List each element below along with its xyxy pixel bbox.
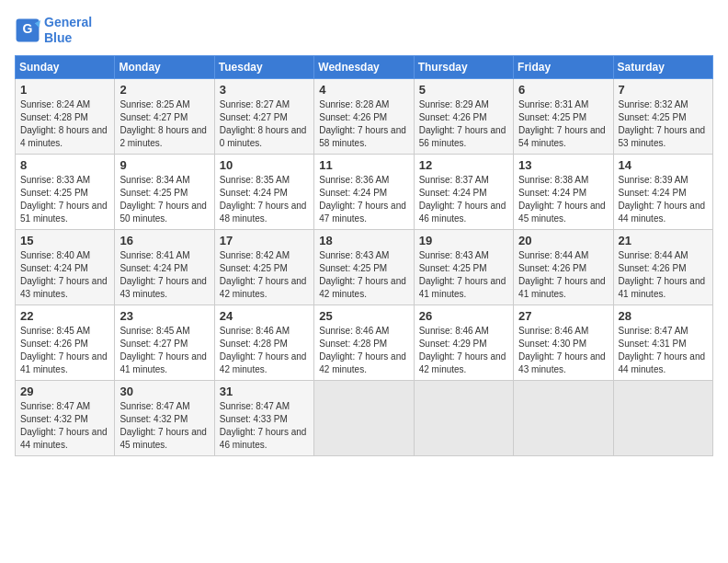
weekday-header: Friday	[514, 55, 613, 78]
day-info: Sunrise: 8:46 AMSunset: 4:29 PMDaylight:…	[419, 325, 508, 376]
calendar-week-row: 1Sunrise: 8:24 AMSunset: 4:28 PMDaylight…	[16, 78, 713, 154]
calendar-cell: 27Sunrise: 8:46 AMSunset: 4:30 PMDayligh…	[514, 304, 613, 380]
calendar-cell: 1Sunrise: 8:24 AMSunset: 4:28 PMDaylight…	[16, 78, 115, 154]
day-number: 9	[119, 158, 209, 172]
calendar-cell: 20Sunrise: 8:44 AMSunset: 4:26 PMDayligh…	[514, 229, 613, 304]
day-info: Sunrise: 8:28 AMSunset: 4:26 PMDaylight:…	[319, 98, 408, 150]
header-row: SundayMondayTuesdayWednesdayThursdayFrid…	[16, 55, 713, 78]
calendar-week-row: 15Sunrise: 8:40 AMSunset: 4:24 PMDayligh…	[16, 229, 713, 304]
day-info: Sunrise: 8:44 AMSunset: 4:26 PMDaylight:…	[518, 249, 608, 301]
calendar-cell: 28Sunrise: 8:47 AMSunset: 4:31 PMDayligh…	[613, 304, 712, 380]
calendar-cell: 13Sunrise: 8:38 AMSunset: 4:24 PMDayligh…	[514, 154, 613, 229]
day-number: 3	[220, 83, 309, 97]
day-number: 6	[518, 83, 608, 97]
day-info: Sunrise: 8:25 AMSunset: 4:27 PMDaylight:…	[119, 98, 209, 150]
day-info: Sunrise: 8:46 AMSunset: 4:30 PMDaylight:…	[518, 325, 608, 376]
day-number: 25	[319, 309, 408, 323]
calendar-cell: 26Sunrise: 8:46 AMSunset: 4:29 PMDayligh…	[414, 304, 513, 380]
day-number: 8	[20, 158, 109, 172]
day-number: 11	[319, 158, 408, 172]
day-number: 27	[518, 309, 608, 323]
day-info: Sunrise: 8:40 AMSunset: 4:24 PMDaylight:…	[20, 249, 109, 301]
day-info: Sunrise: 8:47 AMSunset: 4:33 PMDaylight:…	[220, 400, 309, 452]
day-info: Sunrise: 8:35 AMSunset: 4:24 PMDaylight:…	[220, 174, 309, 225]
calendar-cell: 19Sunrise: 8:43 AMSunset: 4:25 PMDayligh…	[414, 229, 513, 304]
day-number: 26	[419, 309, 508, 323]
calendar-cell: 15Sunrise: 8:40 AMSunset: 4:24 PMDayligh…	[16, 229, 115, 304]
day-info: Sunrise: 8:33 AMSunset: 4:25 PMDaylight:…	[20, 174, 109, 225]
calendar-cell: 6Sunrise: 8:31 AMSunset: 4:25 PMDaylight…	[514, 78, 613, 154]
calendar-week-row: 22Sunrise: 8:45 AMSunset: 4:26 PMDayligh…	[16, 304, 713, 380]
day-number: 23	[119, 309, 209, 323]
day-info: Sunrise: 8:45 AMSunset: 4:26 PMDaylight:…	[20, 325, 109, 376]
calendar-cell: 25Sunrise: 8:46 AMSunset: 4:28 PMDayligh…	[314, 304, 414, 380]
calendar-cell: 31Sunrise: 8:47 AMSunset: 4:33 PMDayligh…	[214, 380, 313, 455]
day-info: Sunrise: 8:43 AMSunset: 4:25 PMDaylight:…	[319, 249, 408, 301]
weekday-header: Wednesday	[314, 55, 414, 78]
weekday-header: Monday	[115, 55, 214, 78]
day-number: 1	[20, 83, 109, 97]
calendar-cell: 3Sunrise: 8:27 AMSunset: 4:27 PMDaylight…	[214, 78, 313, 154]
day-number: 4	[319, 83, 408, 97]
calendar-cell	[314, 380, 414, 455]
day-number: 28	[619, 309, 708, 323]
day-info: Sunrise: 8:47 AMSunset: 4:32 PMDaylight:…	[20, 400, 109, 452]
calendar-table: SundayMondayTuesdayWednesdayThursdayFrid…	[15, 55, 713, 456]
day-info: Sunrise: 8:39 AMSunset: 4:24 PMDaylight:…	[619, 174, 708, 225]
logo: G General Blue	[15, 15, 92, 46]
day-number: 14	[619, 158, 708, 172]
calendar-cell: 10Sunrise: 8:35 AMSunset: 4:24 PMDayligh…	[214, 154, 313, 229]
day-info: Sunrise: 8:42 AMSunset: 4:25 PMDaylight:…	[220, 249, 309, 301]
page-header: G General Blue	[15, 15, 713, 46]
day-info: Sunrise: 8:32 AMSunset: 4:25 PMDaylight:…	[619, 98, 708, 150]
logo-blue: Blue	[44, 30, 72, 45]
calendar-cell: 9Sunrise: 8:34 AMSunset: 4:25 PMDaylight…	[115, 154, 214, 229]
day-info: Sunrise: 8:45 AMSunset: 4:27 PMDaylight:…	[119, 325, 209, 376]
day-number: 12	[419, 158, 508, 172]
day-info: Sunrise: 8:43 AMSunset: 4:25 PMDaylight:…	[419, 249, 508, 301]
day-number: 16	[119, 234, 209, 247]
day-info: Sunrise: 8:27 AMSunset: 4:27 PMDaylight:…	[220, 98, 309, 150]
calendar-week-row: 8Sunrise: 8:33 AMSunset: 4:25 PMDaylight…	[16, 154, 713, 229]
day-info: Sunrise: 8:34 AMSunset: 4:25 PMDaylight:…	[119, 174, 209, 225]
calendar-cell: 23Sunrise: 8:45 AMSunset: 4:27 PMDayligh…	[115, 304, 214, 380]
calendar-cell: 17Sunrise: 8:42 AMSunset: 4:25 PMDayligh…	[214, 229, 313, 304]
weekday-header: Thursday	[414, 55, 513, 78]
day-info: Sunrise: 8:46 AMSunset: 4:28 PMDaylight:…	[220, 325, 309, 376]
day-info: Sunrise: 8:24 AMSunset: 4:28 PMDaylight:…	[20, 98, 109, 150]
calendar-cell: 5Sunrise: 8:29 AMSunset: 4:26 PMDaylight…	[414, 78, 513, 154]
calendar-body: 1Sunrise: 8:24 AMSunset: 4:28 PMDaylight…	[16, 78, 713, 455]
day-number: 24	[220, 309, 309, 323]
day-number: 29	[20, 385, 109, 398]
day-info: Sunrise: 8:41 AMSunset: 4:24 PMDaylight:…	[119, 249, 209, 301]
day-info: Sunrise: 8:38 AMSunset: 4:24 PMDaylight:…	[518, 174, 608, 225]
day-number: 21	[619, 234, 708, 247]
weekday-header: Sunday	[16, 55, 115, 78]
day-number: 20	[518, 234, 608, 247]
calendar-header: SundayMondayTuesdayWednesdayThursdayFrid…	[16, 55, 713, 78]
calendar-cell	[514, 380, 613, 455]
day-number: 31	[220, 385, 309, 398]
calendar-cell: 4Sunrise: 8:28 AMSunset: 4:26 PMDaylight…	[314, 78, 414, 154]
day-number: 30	[119, 385, 209, 398]
day-info: Sunrise: 8:47 AMSunset: 4:32 PMDaylight:…	[119, 400, 209, 452]
calendar-cell: 18Sunrise: 8:43 AMSunset: 4:25 PMDayligh…	[314, 229, 414, 304]
day-number: 5	[419, 83, 508, 97]
day-number: 18	[319, 234, 408, 247]
calendar-cell: 8Sunrise: 8:33 AMSunset: 4:25 PMDaylight…	[16, 154, 115, 229]
logo-icon: G	[15, 17, 40, 43]
calendar-cell: 11Sunrise: 8:36 AMSunset: 4:24 PMDayligh…	[314, 154, 414, 229]
day-info: Sunrise: 8:47 AMSunset: 4:31 PMDaylight:…	[619, 325, 708, 376]
calendar-cell: 16Sunrise: 8:41 AMSunset: 4:24 PMDayligh…	[115, 229, 214, 304]
day-number: 2	[119, 83, 209, 97]
calendar-cell: 7Sunrise: 8:32 AMSunset: 4:25 PMDaylight…	[613, 78, 712, 154]
day-info: Sunrise: 8:37 AMSunset: 4:24 PMDaylight:…	[419, 174, 508, 225]
calendar-cell: 29Sunrise: 8:47 AMSunset: 4:32 PMDayligh…	[16, 380, 115, 455]
day-number: 15	[20, 234, 109, 247]
day-info: Sunrise: 8:44 AMSunset: 4:26 PMDaylight:…	[619, 249, 708, 301]
day-number: 7	[619, 83, 708, 97]
svg-text:G: G	[23, 21, 33, 36]
calendar-cell: 22Sunrise: 8:45 AMSunset: 4:26 PMDayligh…	[16, 304, 115, 380]
weekday-header: Saturday	[613, 55, 712, 78]
day-info: Sunrise: 8:29 AMSunset: 4:26 PMDaylight:…	[419, 98, 508, 150]
